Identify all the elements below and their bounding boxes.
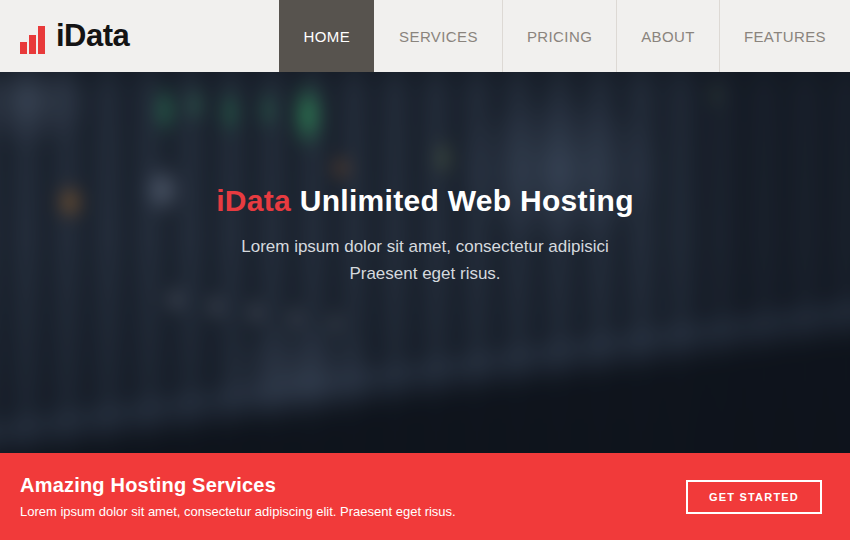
hero-title-rest: Unlimited Web Hosting [291,184,634,217]
hero-section: iData Unlimited Web Hosting Lorem ipsum … [0,72,850,453]
cta-heading: Amazing Hosting Services [20,474,456,497]
logo[interactable]: iData [0,0,129,72]
nav-item-services[interactable]: SERVICES [374,0,502,72]
hero-subtitle-line1: Lorem ipsum dolor sit amet, consectetur … [241,237,609,256]
hero-content: iData Unlimited Web Hosting Lorem ipsum … [0,72,850,287]
main-nav: HOME SERVICES PRICING ABOUT FEATURES [279,0,850,72]
hero-subtitle: Lorem ipsum dolor sit amet, consectetur … [0,233,850,287]
hero-subtitle-line2: Praesent eget risus. [349,264,500,283]
hero-title: iData Unlimited Web Hosting [0,184,850,218]
cta-subtext: Lorem ipsum dolor sit amet, consectetur … [20,504,456,519]
get-started-button[interactable]: GET STARTED [686,480,822,514]
logo-text: iData [56,18,129,54]
nav-item-home[interactable]: HOME [279,0,374,72]
cta-band: Amazing Hosting Services Lorem ipsum dol… [0,453,850,540]
hero-title-highlight: iData [216,184,291,217]
bar-chart-icon [18,16,48,56]
cta-text-block: Amazing Hosting Services Lorem ipsum dol… [20,474,456,519]
nav-item-pricing[interactable]: PRICING [502,0,616,72]
site-header: iData HOME SERVICES PRICING ABOUT FEATUR… [0,0,850,72]
nav-item-about[interactable]: ABOUT [616,0,719,72]
nav-item-features[interactable]: FEATURES [719,0,850,72]
